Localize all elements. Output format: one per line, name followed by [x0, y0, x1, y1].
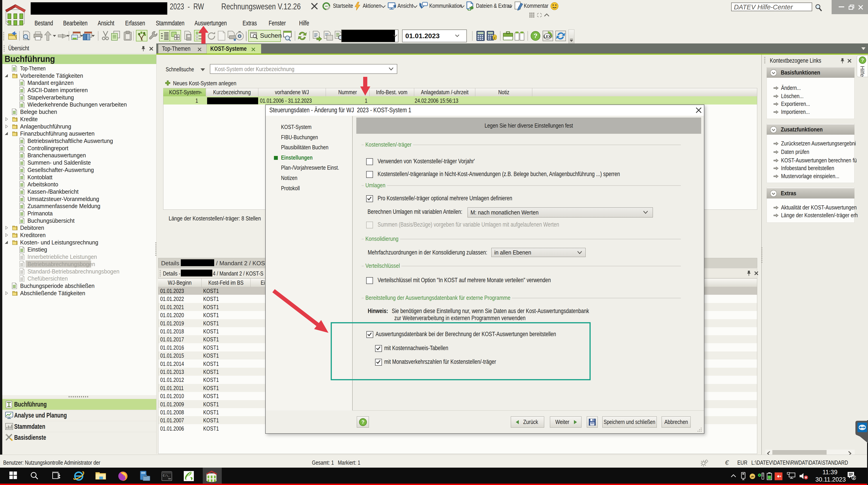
svg-text:2: 2: [852, 476, 855, 480]
svg-text:€: €: [494, 36, 496, 40]
svg-text:LEX: LEX: [544, 35, 551, 39]
svg-text:?: ?: [533, 32, 537, 39]
svg-text:C:\_: C:\_: [163, 474, 170, 478]
